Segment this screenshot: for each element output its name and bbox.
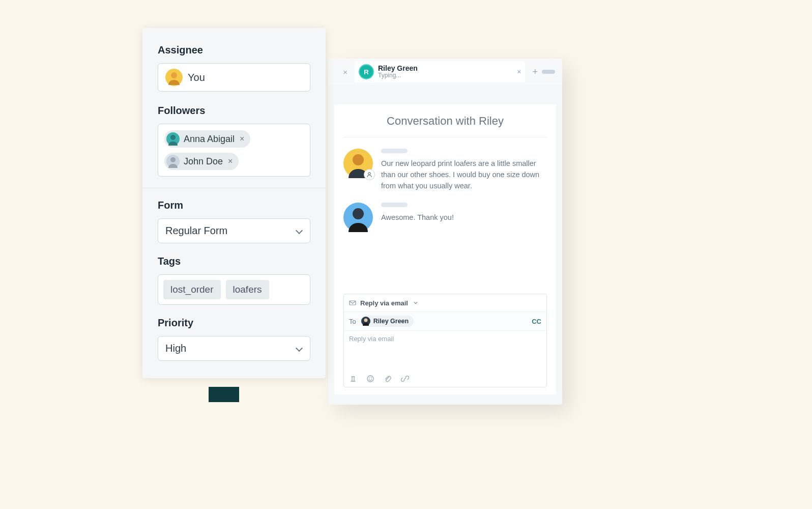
composer-body <box>344 331 546 371</box>
conversation-title: Conversation with Riley <box>343 115 547 137</box>
assignee-field[interactable]: You <box>158 63 310 92</box>
svg-point-1 <box>170 135 176 140</box>
message-avatar-wrap <box>343 203 373 232</box>
link-icon[interactable] <box>401 375 409 383</box>
tab-contact-status: Typing... <box>378 72 418 79</box>
tag-chip[interactable]: lost_order <box>163 280 221 299</box>
conversation-body: Conversation with Riley Our new leopard … <box>334 104 556 394</box>
tag-chip[interactable]: loafers <box>226 280 269 299</box>
svg-point-9 <box>369 378 370 379</box>
priority-label: Priority <box>158 317 310 329</box>
follower-chip: John Doe × <box>164 153 239 170</box>
emoji-icon[interactable] <box>366 375 374 383</box>
ticket-properties-panel: Assignee You Followers Anna Abigail × Jo… <box>142 28 326 378</box>
close-tab-icon[interactable]: × <box>343 68 347 76</box>
svg-point-3 <box>353 154 364 165</box>
recipient-name: Riley Green <box>373 318 409 325</box>
svg-point-0 <box>171 72 177 78</box>
message-text: Awesome. Thank you! <box>381 212 547 223</box>
message-row: Awesome. Thank you! <box>343 203 547 232</box>
close-tab-icon[interactable]: × <box>517 68 521 76</box>
form-value: Regular Form <box>165 225 227 237</box>
followers-label: Followers <box>158 105 310 117</box>
follower-name: Anna Abigail <box>184 134 235 145</box>
background-stub <box>209 387 239 402</box>
tab-contact-name: Riley Green <box>378 64 418 72</box>
email-icon <box>349 299 356 306</box>
divider <box>142 188 326 188</box>
recipient-avatar <box>361 317 370 326</box>
follower-name: John Doe <box>184 156 223 167</box>
follower-avatar <box>166 132 180 146</box>
conversation-panel: × R Riley Green Typing... × + Conversati… <box>328 59 562 405</box>
attachment-icon[interactable] <box>384 375 392 383</box>
active-tab[interactable]: R Riley Green Typing... × <box>355 61 525 82</box>
agent-badge-icon <box>364 169 375 180</box>
reply-textarea[interactable] <box>349 335 541 366</box>
follower-chip: Anna Abigail × <box>164 130 250 148</box>
add-tab-icon[interactable]: + <box>532 67 538 77</box>
tab-avatar: R <box>359 64 374 79</box>
svg-point-5 <box>353 208 364 219</box>
tab-placeholder <box>542 70 555 74</box>
assignee-value: You <box>188 72 205 83</box>
message-sender-placeholder <box>381 203 408 207</box>
svg-rect-6 <box>350 301 356 305</box>
svg-point-4 <box>368 173 370 175</box>
composer-toolbar <box>344 371 546 387</box>
composer-mode-selector[interactable]: Reply via email <box>344 294 546 312</box>
assignee-avatar <box>165 69 183 86</box>
conversation-tabs: × R Riley Green Typing... × + <box>328 59 562 85</box>
chevron-down-icon <box>296 228 303 235</box>
tab-avatar-initial: R <box>364 68 368 76</box>
followers-field[interactable]: Anna Abigail × John Doe × <box>158 124 310 177</box>
tags-label: Tags <box>158 256 310 267</box>
remove-follower-icon[interactable]: × <box>239 134 245 144</box>
svg-point-8 <box>367 376 373 382</box>
message-avatar-wrap <box>343 149 373 178</box>
chevron-down-icon <box>296 345 303 352</box>
svg-point-7 <box>364 319 367 322</box>
assignee-label: Assignee <box>158 44 310 56</box>
customer-avatar <box>343 203 373 232</box>
previous-tab[interactable]: × <box>331 65 352 79</box>
to-recipient-chip[interactable]: Riley Green <box>360 316 414 327</box>
to-label: To <box>349 318 356 325</box>
message-text: Our new leopard print loafers are a litt… <box>381 158 547 191</box>
cc-button[interactable]: CC <box>532 318 541 325</box>
tags-field[interactable]: lost_order loafers <box>158 274 310 305</box>
text-format-icon[interactable] <box>349 375 357 383</box>
message-sender-placeholder <box>381 149 408 153</box>
follower-avatar <box>166 155 180 168</box>
remove-follower-icon[interactable]: × <box>227 157 234 166</box>
chevron-down-icon <box>413 298 418 307</box>
svg-point-10 <box>371 378 372 379</box>
new-tab-area: + <box>528 67 559 77</box>
svg-point-2 <box>170 157 176 162</box>
message-row: Our new leopard print loafers are a litt… <box>343 149 547 191</box>
reply-composer: Reply via email To Riley Green CC <box>343 294 547 387</box>
composer-to-row: To Riley Green CC <box>344 312 546 331</box>
priority-value: High <box>165 343 186 354</box>
form-label: Form <box>158 200 310 211</box>
composer-mode-label: Reply via email <box>360 299 408 307</box>
priority-select[interactable]: High <box>158 336 310 361</box>
form-select[interactable]: Regular Form <box>158 218 310 243</box>
